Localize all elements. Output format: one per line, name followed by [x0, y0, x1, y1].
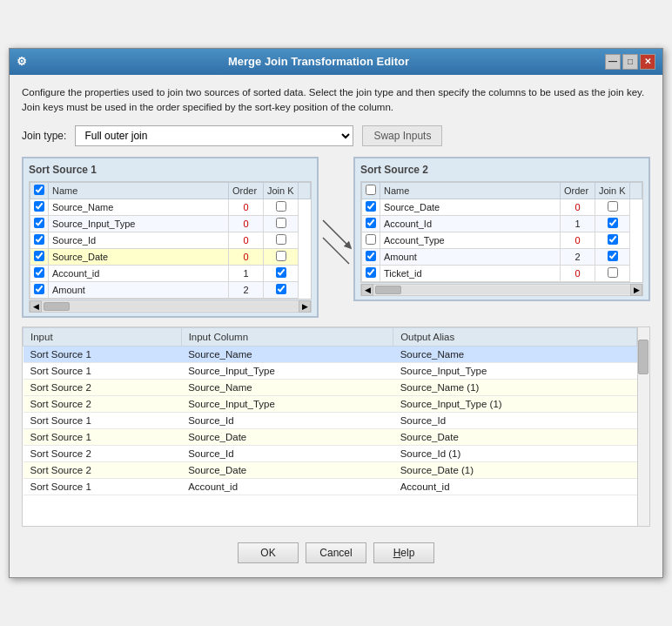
- source2-row: Source_Date 0: [362, 199, 642, 216]
- source2-row-name: Amount: [380, 249, 561, 266]
- connector-svg: [319, 159, 353, 316]
- source1-checkbox-4[interactable]: [34, 267, 44, 278]
- output-row[interactable]: Sort Source 1 Source_Input_Type Source_I…: [24, 363, 637, 380]
- source2-row-name: Account_Id: [380, 216, 561, 232]
- swap-inputs-button[interactable]: Swap Inputs: [362, 125, 442, 146]
- output-vscroll-thumb[interactable]: [638, 340, 648, 374]
- cancel-button[interactable]: Cancel: [306, 542, 366, 563]
- output-row-input: Sort Source 1: [24, 413, 182, 429]
- source2-checkbox-0[interactable]: [366, 201, 376, 212]
- output-row-column: Source_Date: [181, 462, 393, 479]
- source2-hscroll-thumb[interactable]: [375, 286, 401, 294]
- output-table-scroll[interactable]: Input Input Column Output Alias Sort Sou…: [23, 327, 649, 526]
- source2-checkbox-1[interactable]: [366, 218, 376, 228]
- output-row-alias: Source_Input_Type (1): [393, 396, 637, 413]
- source1-row-check[interactable]: [30, 282, 49, 299]
- source1-checkbox-0[interactable]: [34, 201, 44, 212]
- source2-checkbox-2[interactable]: [366, 234, 376, 245]
- output-row-input: Sort Source 2: [24, 396, 182, 413]
- source1-col-check: [30, 183, 49, 199]
- source1-row-check[interactable]: [30, 266, 49, 282]
- source2-hscroll-track[interactable]: [373, 286, 630, 294]
- source1-checkbox-3[interactable]: [34, 251, 44, 261]
- source1-hscroll-thumb[interactable]: [44, 302, 70, 311]
- source1-row-joink[interactable]: [264, 216, 299, 232]
- output-row[interactable]: Sort Source 2 Source_Name Source_Name (1…: [24, 380, 637, 396]
- source2-row-check[interactable]: [362, 199, 380, 216]
- source1-row-check[interactable]: [30, 216, 49, 232]
- minimize-button[interactable]: —: [605, 54, 621, 70]
- source2-checkbox-3[interactable]: [366, 251, 376, 261]
- source1-joink-0[interactable]: [276, 201, 286, 212]
- source2-row-check[interactable]: [362, 232, 380, 249]
- output-row[interactable]: Sort Source 1 Account_id Account_id: [24, 479, 637, 495]
- output-row[interactable]: Sort Source 2 Source_Date Source_Date (1…: [24, 462, 637, 479]
- source1-joink-3[interactable]: [276, 251, 286, 261]
- join-type-select[interactable]: Full outer join Left outer join Inner jo…: [75, 125, 353, 146]
- source2-joink-3[interactable]: [608, 251, 618, 261]
- source2-row-joink[interactable]: [595, 199, 630, 216]
- output-row-column: Source_Name: [181, 347, 393, 363]
- source2-hscroll-right[interactable]: ▶: [630, 284, 642, 296]
- source2-row: Account_Id 1: [362, 216, 642, 232]
- source1-row-name: Source_Date: [49, 249, 229, 266]
- source2-row-joink[interactable]: [595, 266, 630, 282]
- source2-row-name: Source_Date: [380, 199, 561, 216]
- source2-joink-2[interactable]: [608, 234, 618, 245]
- source1-checkbox-1[interactable]: [34, 218, 44, 228]
- output-row[interactable]: Sort Source 2 Source_Id Source_Id (1): [24, 446, 637, 462]
- source1-joink-4[interactable]: [276, 267, 286, 278]
- source1-joink-2[interactable]: [276, 234, 286, 245]
- source2-row-joink[interactable]: [595, 232, 630, 249]
- close-button[interactable]: ✕: [640, 54, 655, 70]
- source2-joink-4[interactable]: [608, 267, 618, 278]
- output-row[interactable]: Sort Source 1 Source_Id Source_Id: [24, 413, 637, 429]
- source2-row-joink[interactable]: [595, 249, 630, 266]
- source1-row-joink[interactable]: [264, 266, 299, 282]
- source1-row-joink[interactable]: [264, 199, 299, 216]
- source2-hscroll-left[interactable]: ◀: [361, 284, 373, 296]
- source2-row-joink[interactable]: [595, 216, 630, 232]
- maximize-button[interactable]: □: [622, 54, 638, 70]
- output-tbody: Sort Source 1 Source_Name Source_Name So…: [24, 347, 637, 495]
- source1-checkbox-2[interactable]: [34, 234, 44, 245]
- source2-header-checkbox[interactable]: [366, 185, 376, 195]
- help-button[interactable]: Help: [373, 542, 434, 563]
- ok-button[interactable]: OK: [238, 542, 299, 563]
- source1-hscroll-right[interactable]: ▶: [299, 300, 311, 313]
- source1-panel-wrapper: Sort Source 1 Name Order Join K: [22, 157, 319, 318]
- source1-row-joink[interactable]: [264, 249, 299, 266]
- source1-hscroll[interactable]: ◀ ▶: [29, 300, 312, 313]
- source1-header-checkbox[interactable]: [34, 185, 44, 195]
- arrow-area: [319, 157, 353, 318]
- source1-row-joink[interactable]: [264, 232, 299, 249]
- source2-panel-wrapper: Sort Source 2 Name Order Join K: [353, 157, 650, 318]
- source1-row-check[interactable]: [30, 232, 49, 249]
- output-row[interactable]: Sort Source 2 Source_Input_Type Source_I…: [24, 396, 637, 413]
- output-row-input: Sort Source 1: [24, 347, 182, 363]
- window-title: Merge Join Transformation Editor: [228, 55, 409, 68]
- output-row-alias: Source_Date: [393, 429, 637, 446]
- source2-joink-0[interactable]: [608, 201, 618, 212]
- source2-col-name: Name: [380, 183, 561, 199]
- source1-hscroll-left[interactable]: ◀: [30, 300, 42, 313]
- source2-header-row: Name Order Join K: [362, 183, 642, 199]
- output-header-row: Input Input Column Output Alias: [24, 328, 637, 347]
- source1-row-joink[interactable]: [264, 282, 299, 299]
- output-row[interactable]: Sort Source 1 Source_Date Source_Date: [24, 429, 637, 446]
- output-vscroll[interactable]: [637, 327, 649, 526]
- source2-row-check[interactable]: [362, 249, 380, 266]
- source2-joink-1[interactable]: [608, 218, 618, 228]
- title-bar: ⚙ Merge Join Transformation Editor — □ ✕: [10, 49, 662, 75]
- source2-hscroll[interactable]: ◀ ▶: [360, 284, 643, 296]
- source1-joink-1[interactable]: [276, 218, 286, 228]
- source2-row-check[interactable]: [362, 266, 380, 282]
- source2-checkbox-4[interactable]: [366, 267, 376, 278]
- source1-row-check[interactable]: [30, 199, 49, 216]
- source1-checkbox-5[interactable]: [34, 284, 44, 294]
- source1-joink-5[interactable]: [276, 284, 286, 294]
- source1-row-check[interactable]: [30, 249, 49, 266]
- output-row[interactable]: Sort Source 1 Source_Name Source_Name: [24, 347, 637, 363]
- source1-hscroll-track[interactable]: [42, 302, 299, 311]
- source2-row-check[interactable]: [362, 216, 380, 232]
